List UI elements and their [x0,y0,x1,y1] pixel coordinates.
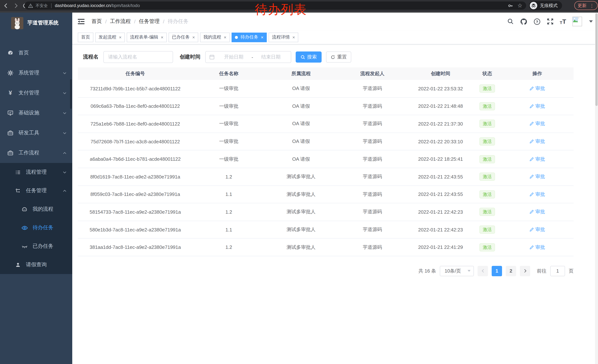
close-icon[interactable]: × [261,35,263,40]
approve-link[interactable]: 审批 [530,138,545,145]
sidebar-item-label: 研发工具 [18,129,39,136]
search-icon[interactable] [507,18,514,25]
cell-initiator: 芋道源码 [337,85,407,92]
dashboard-icon [7,50,14,56]
cell-create-time: 2022-01-22 20:33:10 [407,139,473,144]
cell-task-name: 1.1 [193,192,265,197]
sidebar-item-home[interactable]: 首页 [0,43,72,63]
font-size-icon[interactable]: TT [560,18,566,25]
fullscreen-icon[interactable] [547,18,554,25]
browser-back-button[interactable] [2,2,10,9]
status-badge: 激活 [479,243,495,251]
bookmark-star-icon[interactable]: ☆ [517,2,523,9]
browser-forward-button[interactable] [12,2,19,9]
cell-task-id: 75d72608-7b7f-11ec-a3c8-acde48001122 [78,139,193,144]
tab-done-tasks[interactable]: 已办任务× [169,32,198,42]
page-scrollbar-thumb[interactable] [595,13,598,106]
browser-update-button[interactable]: 更新 ⋮ [574,1,598,10]
pagination-total: 共 16 条 [418,268,436,274]
breadcrumb-task-management[interactable]: 任务管理 [139,18,160,25]
cell-create-time: 2022-01-22 23:53:32 [407,86,473,91]
cell-task-name: 1.2 [193,174,265,180]
sidebar-collapse-icon[interactable] [77,17,86,25]
sidebar-item-leave-query[interactable]: 请假查询 [0,256,72,274]
close-icon[interactable]: × [119,35,122,40]
face-icon [21,206,28,212]
sidebar-item-label: 待办任务 [33,224,53,231]
tab-todo-tasks[interactable]: 待办任务× [232,32,267,42]
tab-home[interactable]: 首页 [78,32,93,42]
sidebar-item-my-process[interactable]: 我的流程 [0,200,72,218]
toolbox-icon [7,150,14,156]
sidebar-item-payment[interactable]: ¥ 支付管理 [0,83,72,103]
sidebar-item-system[interactable]: 系统管理 [0,63,72,83]
chevron-down-icon [63,91,67,95]
sidebar-item-todo-tasks[interactable]: 待办任务 [0,218,72,237]
cell-task-name: 一级审批 [193,103,265,110]
cell-initiator: 芋道源码 [337,226,407,233]
avatar-caret-icon[interactable] [589,20,593,23]
passkey-icon[interactable] [507,3,513,8]
tab-my-process[interactable]: 我的流程× [200,32,230,42]
reset-button[interactable]: 重置 [326,51,351,63]
tab-form-edit[interactable]: 流程表单-编辑× [127,32,167,42]
breadcrumb-workflow[interactable]: 工作流程 [110,18,131,25]
flow-tree-icon [15,188,21,194]
close-icon[interactable]: × [292,35,295,40]
cell-create-time: 2022-01-21 22:43:55 [407,192,473,197]
close-icon[interactable]: × [161,35,163,40]
filter-form: 流程名 请输入流程名 创建时间 开始日期 - 结束日期 搜索 [83,51,598,63]
approve-link[interactable]: 审批 [530,173,545,180]
sidebar-item-task-management[interactable]: 任务管理 [0,181,72,200]
tab-start-process[interactable]: 发起流程× [95,32,125,42]
close-icon[interactable]: × [224,35,226,40]
approve-link[interactable]: 审批 [530,209,545,215]
approve-link[interactable]: 审批 [530,244,545,251]
process-name-input[interactable]: 请输入流程名 [103,51,173,63]
close-icon[interactable]: × [192,35,195,40]
calendar-icon [209,54,215,60]
sidebar-item-infrastructure[interactable]: 基础设施 [0,103,72,123]
approve-link[interactable]: 审批 [530,103,545,110]
sidebar-logo[interactable]: 芋道管理系统 [0,13,72,33]
sidebar-scrollbar-thumb[interactable] [70,79,72,109]
date-range-picker[interactable]: 开始日期 - 结束日期 [205,51,291,63]
tab-process-detail[interactable]: 流程详情× [269,32,298,42]
page-size-select[interactable]: 10条/页 [440,266,474,276]
chevron-down-icon [63,170,67,174]
github-icon[interactable] [520,18,527,25]
cell-process: OA 请假 [265,103,337,110]
prev-page-button[interactable] [478,266,488,276]
annotation-overlay-text: 待办列表 [255,1,307,18]
page-scrollbar[interactable] [595,13,598,364]
help-icon[interactable]: ? [533,18,540,25]
sidebar-item-workflow[interactable]: 工作流程 [0,143,72,163]
browser-menu-icon[interactable]: ⋮ [590,3,594,8]
list-icon [15,170,21,175]
goto-page-input[interactable]: 1 [550,266,565,276]
approve-link[interactable]: 审批 [530,121,545,127]
cell-create-time: 2022-01-21 22:43:55 [407,174,473,180]
avatar[interactable] [573,17,582,26]
column-header-task-id: 任务编号 [78,70,193,77]
breadcrumb-home[interactable]: 首页 [91,18,102,25]
sidebar-item-label: 我的流程 [33,206,53,212]
approve-link[interactable]: 审批 [530,156,545,162]
omnibox-divider [51,3,51,8]
sidebar-item-done-tasks[interactable]: 已办任务 [0,237,72,256]
approve-link[interactable]: 审批 [530,85,545,92]
url-host: dashboard.yudao.iocoder.cn [55,3,111,8]
sidebar-item-process-management[interactable]: 流程管理 [0,163,72,181]
page-button-2[interactable]: 2 [506,266,516,276]
next-page-button[interactable] [520,266,530,276]
tags-view-bar: 首页 发起流程× 流程表单-编辑× 已办任务× 我的流程× 待办任务× 流程详情… [72,30,598,44]
page-button-1[interactable]: 1 [492,266,502,276]
search-button[interactable]: 搜索 [296,51,322,63]
approve-link[interactable]: 审批 [530,226,545,233]
cell-create-time: 2022-01-22 18:25:41 [407,156,473,162]
approve-link[interactable]: 审批 [530,191,545,198]
cell-task-name: 一级审批 [193,121,265,127]
sidebar-menu: 首页 系统管理 ¥ 支付管理 基础设施 [0,43,72,274]
table-row: 58154733-7ac8-11ec-a9e2-a2380e71991a 1.2… [78,203,573,221]
sidebar-item-dev-tools[interactable]: 研发工具 [0,123,72,143]
